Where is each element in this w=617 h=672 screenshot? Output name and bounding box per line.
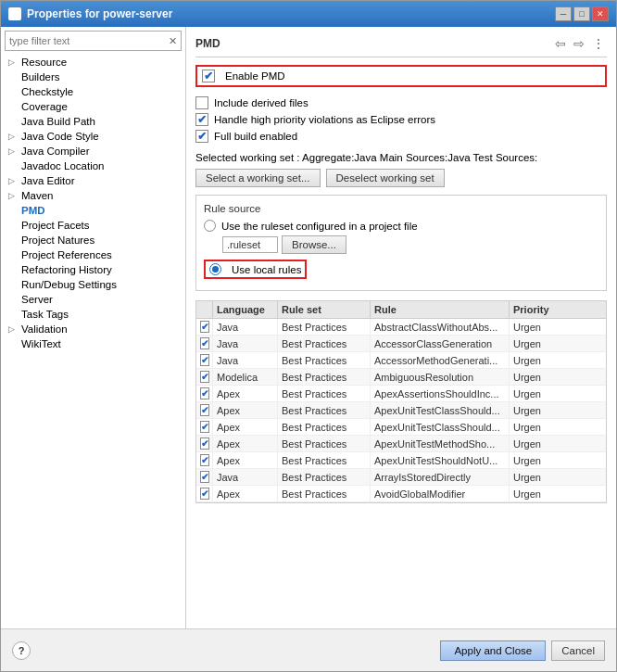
sidebar-item-maven[interactable]: ▷ Maven [5, 188, 182, 203]
row-check[interactable]: ✔ [196, 469, 213, 485]
sidebar-item-resource[interactable]: ▷ Resource [5, 55, 182, 70]
table-row[interactable]: ✔ Apex Best Practices ApexUnitTestClassS… [196, 402, 606, 419]
use-project-file-label: Use the ruleset configured in a project … [221, 221, 418, 232]
arrow-icon: ▷ [8, 324, 19, 334]
row-checkbox[interactable]: ✔ [200, 387, 209, 399]
row-language: Apex [213, 419, 278, 435]
browse-button[interactable]: Browse... [282, 235, 346, 254]
sidebar-item-java-code-style[interactable]: ▷ Java Code Style [5, 129, 182, 144]
use-local-rules-radio[interactable] [209, 263, 221, 275]
row-check[interactable]: ✔ [196, 452, 213, 468]
sidebar-item-checkstyle[interactable]: Checkstyle [5, 84, 182, 99]
include-derived-checkbox[interactable] [195, 96, 208, 109]
full-build-checkbox[interactable]: ✔ [195, 130, 208, 143]
search-input[interactable] [9, 35, 169, 46]
sidebar-item-javadoc-location[interactable]: Javadoc Location [5, 158, 182, 173]
row-check[interactable]: ✔ [196, 352, 213, 368]
sidebar-item-validation[interactable]: ▷ Validation [5, 322, 182, 336]
row-priority: Urgen [510, 436, 565, 451]
arrow-icon: ▷ [8, 132, 19, 141]
sidebar-item-run-debug-settings[interactable]: Run/Debug Settings [5, 277, 182, 292]
table-row[interactable]: ✔ Java Best Practices AbstractClassWitho… [196, 319, 606, 336]
sidebar-item-project-facets[interactable]: Project Facets [5, 218, 182, 233]
main-title-text: PMD [195, 37, 220, 50]
row-check[interactable]: ✔ [196, 386, 213, 401]
row-checkbox[interactable]: ✔ [200, 488, 209, 500]
sidebar-item-project-natures[interactable]: Project Natures [5, 233, 182, 247]
sidebar-item-java-compiler[interactable]: ▷ Java Compiler [5, 144, 182, 158]
select-working-set-button[interactable]: Select a working set... [195, 169, 321, 187]
sidebar-item-server[interactable]: Server [5, 292, 182, 307]
sidebar-item-project-references[interactable]: Project References [5, 247, 182, 262]
search-clear-icon[interactable]: ✕ [169, 35, 177, 47]
row-check[interactable]: ✔ [196, 402, 213, 418]
deselect-working-set-button[interactable]: Deselect working set [326, 169, 445, 187]
minimize-button[interactable]: ─ [555, 6, 572, 21]
row-check[interactable]: ✔ [196, 436, 213, 451]
row-ruleset: Best Practices [278, 452, 371, 468]
table-row[interactable]: ✔ Apex Best Practices ApexUnitTestShould… [196, 452, 606, 469]
row-language: Java [213, 336, 278, 351]
sidebar-item-refactoring-history[interactable]: Refactoring History [5, 262, 182, 277]
row-ruleset: Best Practices [278, 486, 371, 501]
col-header-ruleset: Rule set [278, 301, 371, 318]
row-check[interactable]: ✔ [196, 369, 213, 385]
forward-button[interactable]: ⇨ [572, 36, 586, 51]
sidebar-item-coverage[interactable]: Coverage [5, 99, 182, 114]
check-mark-icon: ✔ [201, 338, 208, 349]
table-row[interactable]: ✔ Apex Best Practices ApexAssertionsShou… [196, 386, 606, 402]
sidebar-item-pmd[interactable]: PMD [5, 203, 182, 218]
ruleset-input[interactable] [222, 236, 278, 253]
row-rule: AmbiguousResolution [371, 369, 510, 385]
check-mark-icon: ✔ [201, 455, 208, 465]
ruleset-row: Browse... [222, 235, 598, 254]
row-language: Apex [213, 386, 278, 401]
row-check[interactable]: ✔ [196, 336, 213, 351]
sidebar-item-builders[interactable]: Builders [5, 70, 182, 84]
use-project-file-radio[interactable] [204, 220, 216, 232]
menu-button[interactable]: ⋮ [590, 36, 607, 51]
sidebar-item-task-tags[interactable]: Task Tags [5, 307, 182, 322]
sidebar-item-java-editor[interactable]: ▷ Java Editor [5, 173, 182, 188]
sidebar-label: Project References [21, 249, 112, 260]
table-row[interactable]: ✔ Apex Best Practices ApexUnitTestMethod… [196, 436, 606, 452]
table-row[interactable]: ✔ Apex Best Practices AvoidGlobalModifie… [196, 486, 606, 502]
use-project-file-row: Use the ruleset configured in a project … [204, 220, 598, 232]
enable-pmd-checkbox[interactable]: ✔ [202, 70, 215, 82]
help-button[interactable]: ? [12, 641, 31, 660]
handle-violations-label: Handle high priority violations as Eclip… [214, 114, 435, 125]
table-row[interactable]: ✔ Apex Best Practices ApexUnitTestClassS… [196, 419, 606, 436]
row-checkbox[interactable]: ✔ [200, 471, 209, 483]
handle-violations-checkbox[interactable]: ✔ [195, 113, 208, 126]
search-box[interactable]: ✕ [5, 31, 182, 51]
table-row[interactable]: ✔ Java Best Practices AccessorClassGener… [196, 336, 606, 352]
row-checkbox[interactable]: ✔ [200, 404, 209, 416]
close-button[interactable]: ✕ [592, 6, 609, 21]
table-row[interactable]: ✔ Modelica Best Practices AmbiguousResol… [196, 369, 606, 386]
row-checkbox[interactable]: ✔ [200, 321, 209, 333]
row-check[interactable]: ✔ [196, 319, 213, 335]
rule-source-title: Rule source [204, 203, 598, 214]
rule-source-box: Rule source Use the ruleset configured i… [195, 195, 607, 291]
row-check[interactable]: ✔ [196, 419, 213, 435]
table-row[interactable]: ✔ Java Best Practices AccessorMethodGene… [196, 352, 606, 369]
row-checkbox[interactable]: ✔ [200, 354, 209, 366]
sidebar-item-java-build-path[interactable]: Java Build Path [5, 114, 182, 129]
table-row[interactable]: ✔ Java Best Practices ArrayIsStoredDirec… [196, 469, 606, 486]
row-checkbox[interactable]: ✔ [200, 371, 209, 383]
arrow-icon: ▷ [8, 146, 19, 156]
row-checkbox[interactable]: ✔ [200, 437, 209, 450]
cancel-button[interactable]: Cancel [551, 640, 605, 661]
back-button[interactable]: ⇦ [553, 36, 568, 51]
sidebar-label: WikiText [21, 338, 61, 349]
row-checkbox[interactable]: ✔ [200, 454, 209, 466]
row-language: Java [213, 319, 278, 335]
sidebar-label: Project Facets [21, 220, 90, 231]
row-check[interactable]: ✔ [196, 486, 213, 501]
row-ruleset: Best Practices [278, 319, 371, 335]
apply-close-button[interactable]: Apply and Close [440, 640, 546, 661]
maximize-button[interactable]: □ [573, 6, 590, 21]
sidebar-item-wikitext[interactable]: WikiText [5, 336, 182, 351]
row-checkbox[interactable]: ✔ [200, 421, 209, 433]
row-checkbox[interactable]: ✔ [200, 337, 209, 349]
